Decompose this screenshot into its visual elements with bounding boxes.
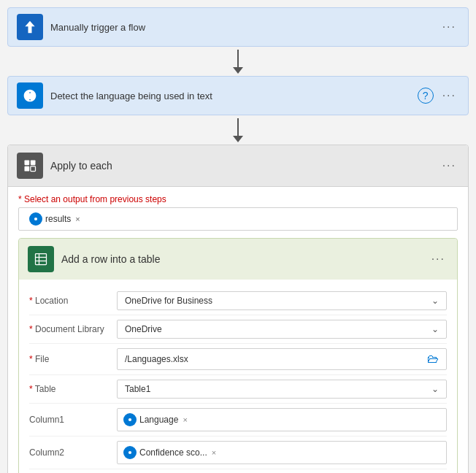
doc-library-label: * Document Library	[29, 324, 117, 334]
add-row-icon	[28, 246, 54, 272]
svg-rect-6	[36, 254, 47, 265]
file-field[interactable]: /Languages.xlsx 🗁	[117, 348, 447, 370]
results-tag-label: results	[45, 214, 71, 224]
column2-value[interactable]: Confidence sco... ×	[117, 441, 447, 464]
results-tag: results ×	[25, 211, 85, 227]
file-row: * File /Languages.xlsx 🗁	[29, 344, 447, 375]
language-tag: Language ×	[123, 413, 188, 426]
arrow-head-2	[233, 136, 243, 142]
apply-each-title: Apply to each	[50, 160, 439, 172]
select-output-field[interactable]: results ×	[18, 207, 458, 231]
svg-rect-2	[31, 161, 36, 166]
file-text: /Languages.xlsx	[125, 354, 188, 364]
table-label: * Table	[29, 384, 117, 394]
doc-library-select[interactable]: OneDrive ⌄	[117, 320, 447, 339]
location-label: * Location	[29, 296, 117, 306]
trigger-menu-button[interactable]: ···	[439, 20, 459, 34]
doc-library-row: * Document Library OneDrive ⌄	[29, 315, 447, 344]
doc-library-chevron-icon: ⌄	[431, 324, 439, 334]
detect-menu-button[interactable]: ···	[439, 89, 459, 102]
language-tag-label: Language	[139, 415, 178, 425]
location-chevron-icon: ⌄	[431, 296, 439, 306]
svg-point-11	[128, 451, 131, 454]
arrow-connector-1	[233, 47, 243, 76]
trigger-icon	[17, 14, 43, 40]
svg-rect-4	[31, 166, 36, 172]
arrow-head-1	[233, 67, 243, 74]
svg-rect-3	[25, 166, 30, 172]
trigger-card: Manually trigger a flow ···	[7, 7, 469, 47]
doc-library-value[interactable]: OneDrive ⌄	[117, 320, 447, 339]
location-text: OneDrive for Business	[125, 296, 212, 306]
location-value[interactable]: OneDrive for Business ⌄	[117, 291, 447, 310]
svg-rect-1	[25, 161, 30, 166]
detect-actions: ? ···	[418, 88, 459, 104]
detect-help-button[interactable]: ?	[418, 88, 434, 104]
arrow-line-1	[237, 50, 239, 67]
trigger-title: Manually trigger a flow	[50, 22, 439, 33]
confidence-tag-icon	[123, 446, 137, 459]
arrow-connector-2	[233, 115, 243, 145]
detect-title: Detect the language being used in text	[50, 91, 418, 101]
apply-each-header: Apply to each ···	[8, 145, 468, 186]
language-tag-close[interactable]: ×	[183, 415, 187, 424]
results-tag-close[interactable]: ×	[75, 215, 80, 223]
column1-row: Column1 Language	[29, 404, 447, 437]
detect-card: Detect the language being used in text ?…	[7, 76, 469, 115]
svg-point-5	[34, 218, 37, 220]
file-value[interactable]: /Languages.xlsx 🗁	[117, 348, 447, 370]
file-label: * File	[29, 354, 117, 364]
add-row-card: Add a row into a table ··· * Location On…	[18, 238, 458, 473]
table-text: Table1	[125, 384, 150, 394]
column1-field[interactable]: Language ×	[117, 408, 447, 431]
language-tag-icon	[123, 413, 137, 426]
apply-each-icon	[17, 153, 43, 179]
doc-library-text: OneDrive	[125, 324, 162, 334]
trigger-actions: ···	[439, 20, 459, 34]
add-row-header: Add a row into a table ···	[19, 239, 457, 280]
apply-each-container: Apply to each ··· * Select an output fro…	[7, 145, 469, 473]
table-chevron-icon: ⌄	[431, 384, 439, 394]
add-row-menu-button[interactable]: ···	[429, 253, 448, 266]
detect-icon	[17, 82, 43, 109]
add-row-body: * Location OneDrive for Business ⌄ * D	[19, 280, 457, 473]
table-value[interactable]: Table1 ⌄	[117, 380, 447, 399]
column1-value[interactable]: Language ×	[117, 408, 447, 431]
arrow-line-2	[237, 118, 239, 136]
column1-label: Column1	[29, 415, 117, 425]
confidence-tag-close[interactable]: ×	[212, 448, 216, 457]
results-tag-icon	[29, 212, 42, 226]
column2-field[interactable]: Confidence sco... ×	[117, 441, 447, 464]
column3-row: Column3 My Text	[29, 469, 447, 473]
column2-label: Column2	[29, 447, 117, 458]
apply-each-body: * Select an output from previous steps r…	[8, 186, 468, 473]
add-row-title: Add a row into a table	[61, 253, 429, 265]
svg-point-10	[128, 418, 131, 421]
confidence-tag-label: Confidence sco...	[139, 447, 207, 458]
folder-icon[interactable]: 🗁	[427, 353, 439, 366]
apply-each-menu-button[interactable]: ···	[439, 159, 459, 172]
location-row: * Location OneDrive for Business ⌄	[29, 287, 447, 315]
table-select[interactable]: Table1 ⌄	[117, 380, 447, 399]
confidence-tag: Confidence sco... ×	[123, 446, 216, 459]
column2-row: Column2 Confidence sco...	[29, 437, 447, 469]
table-row: * Table Table1 ⌄	[29, 375, 447, 404]
location-select[interactable]: OneDrive for Business ⌄	[117, 291, 447, 310]
select-output-label: * Select an output from previous steps	[18, 194, 458, 204]
